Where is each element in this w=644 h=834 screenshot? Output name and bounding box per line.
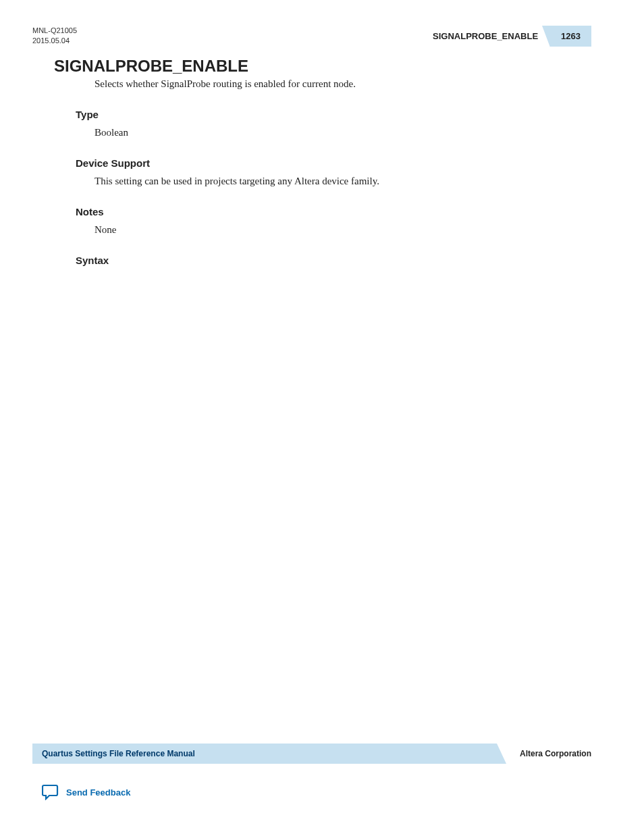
- notes-label: Notes: [76, 206, 591, 217]
- page-number: 1263: [561, 31, 581, 41]
- page-header: MNL-Q21005 2015.05.04 SIGNALPROBE_ENABLE…: [32, 26, 591, 47]
- send-feedback-link[interactable]: Send Feedback: [66, 787, 130, 798]
- company-name: Altera Corporation: [520, 749, 591, 758]
- document-date: 2015.05.04: [32, 36, 77, 46]
- content-area: Selects whether SignalProbe routing is e…: [95, 78, 591, 285]
- manual-title: Quartus Settings File Reference Manual: [42, 749, 195, 758]
- device-support-value: This setting can be used in projects tar…: [95, 176, 591, 187]
- type-value: Boolean: [95, 127, 591, 138]
- page-title: SIGNALPROBE_ENABLE: [54, 57, 248, 76]
- header-right: SIGNALPROBE_ENABLE 1263: [433, 26, 591, 47]
- device-support-label: Device Support: [76, 157, 591, 169]
- speech-bubble-icon: [42, 784, 59, 800]
- manual-title-box: Quartus Settings File Reference Manual: [32, 744, 497, 764]
- feedback-row: Send Feedback: [42, 784, 130, 800]
- footer-bar: Quartus Settings File Reference Manual A…: [32, 744, 591, 764]
- description-text: Selects whether SignalProbe routing is e…: [95, 78, 591, 90]
- type-label: Type: [76, 109, 591, 120]
- document-id: MNL-Q21005: [32, 26, 77, 36]
- header-section-title: SIGNALPROBE_ENABLE: [433, 31, 538, 41]
- syntax-label: Syntax: [76, 255, 591, 266]
- header-left: MNL-Q21005 2015.05.04: [32, 26, 77, 47]
- notes-value: None: [95, 224, 591, 236]
- page-number-box: 1263: [550, 26, 591, 47]
